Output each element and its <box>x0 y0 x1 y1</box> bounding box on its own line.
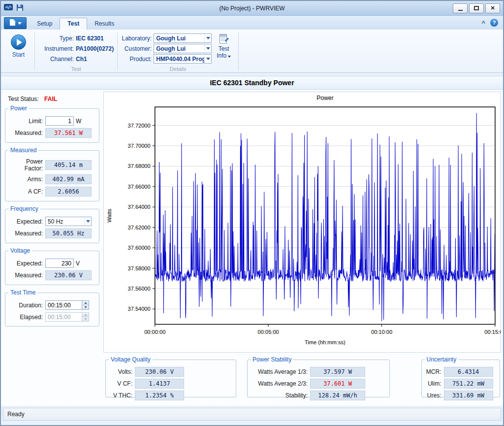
svg-text:37.54000: 37.54000 <box>127 306 150 312</box>
ribbon-group-details: Laboratory: Gough Lui Customer: Gough Lu… <box>118 31 238 72</box>
tab-results[interactable]: Results <box>87 18 122 30</box>
laboratory-select[interactable]: Gough Lui <box>154 33 212 43</box>
test-status-label: Test Status: <box>8 96 39 102</box>
watts-avg-1-3-label: Watts Average 1/3: <box>249 368 310 375</box>
maximize-button[interactable] <box>469 3 484 13</box>
channel-label: Channel: <box>38 56 76 63</box>
group-power-title: Power <box>8 105 29 112</box>
test-info-button[interactable]: Test Info <box>217 34 231 65</box>
window-title: (No Project) - PWRVIEW <box>1 5 503 12</box>
status-bar: Ready <box>3 408 501 421</box>
product-select[interactable]: HMP4040.04 Progr <box>154 54 212 64</box>
svg-text:00:10:00: 00:10:00 <box>371 329 392 335</box>
frequency-expected-select[interactable]: 50 Hz <box>45 217 92 226</box>
elapsed-input <box>45 312 82 322</box>
app-icon[interactable] <box>4 4 13 12</box>
laboratory-value: Gough Lui <box>156 35 204 42</box>
svg-text:37.72000: 37.72000 <box>127 123 150 129</box>
ures-label: Ures: <box>423 392 444 399</box>
product-label: Product: <box>121 56 154 63</box>
group-voltage-quality: Voltage Quality Volts: 230.06 V V CF: 1.… <box>105 360 236 397</box>
start-label: Start <box>12 51 25 58</box>
voltage-expected-unit: V <box>76 260 80 267</box>
group-measured-title: Measured <box>8 147 38 154</box>
frequency-measured-field: 50.055 Hz <box>45 229 92 238</box>
limit-unit: W <box>76 118 81 125</box>
ribbon-tab-row: Setup Test Results ^ ? <box>1 16 503 30</box>
group-voltage-quality-title: Voltage Quality <box>109 356 153 363</box>
spin-up-button[interactable] <box>82 301 89 305</box>
a-cf-field: 2.6056 <box>45 187 92 197</box>
frequency-expected-label: Expected: <box>7 218 45 225</box>
help-icon: ? <box>493 20 496 26</box>
file-menu-button[interactable] <box>4 17 27 29</box>
caret-down-icon <box>228 56 231 58</box>
voltage-measured-field: 230.06 V <box>45 270 92 280</box>
power-measured-label: Measured: <box>7 130 45 136</box>
v-cf-label: V CF: <box>107 380 135 387</box>
minimize-icon <box>458 10 463 11</box>
limit-label: Limit: <box>7 118 45 125</box>
sidebar: Test Status: FAIL Power Limit: W Measure… <box>2 91 102 354</box>
type-value: IEC 62301 <box>76 35 104 42</box>
save-button[interactable] <box>16 4 24 13</box>
svg-text:37.68000: 37.68000 <box>127 163 150 169</box>
limit-input[interactable] <box>45 116 74 126</box>
type-label: Type: <box>38 35 76 42</box>
svg-text:00:05:00: 00:05:00 <box>258 329 279 335</box>
group-frequency-title: Frequency <box>8 205 40 212</box>
window-footer <box>1 421 503 426</box>
elapsed-spinner <box>45 312 89 322</box>
help-button[interactable]: ? <box>490 19 498 27</box>
start-group: Start <box>3 31 34 72</box>
maximize-icon <box>474 6 479 10</box>
minimize-button[interactable] <box>453 3 468 13</box>
spin-down-button <box>82 317 89 321</box>
ulim-label: Ulim: <box>423 380 444 387</box>
voltage-expected-input[interactable] <box>45 259 74 268</box>
power-chart: Power37.5400037.5600037.5800037.6000037.… <box>103 92 501 353</box>
svg-text:Watts: Watts <box>106 208 112 222</box>
tab-setup[interactable]: Setup <box>30 18 60 30</box>
group-uncertainty-title: Uncertainty <box>425 356 459 363</box>
svg-text:00:00:00: 00:00:00 <box>144 329 165 335</box>
ribbon: Start Type: IEC 62301 Instrument: PA1000… <box>1 30 503 73</box>
power-factor-label: Power Factor: <box>7 158 45 172</box>
test-info-label-2: Info <box>217 52 231 59</box>
instrument-value: PA1000(0272) <box>76 45 114 52</box>
close-icon: ✕ <box>490 5 495 11</box>
close-button[interactable]: ✕ <box>485 3 500 13</box>
duration-input[interactable] <box>45 300 82 310</box>
a-cf-label: A CF: <box>7 188 45 195</box>
group-voltage-title: Voltage <box>8 247 32 254</box>
caret-down-icon <box>204 55 211 63</box>
arms-field: 402.99 mA <box>45 174 92 184</box>
duration-spinner[interactable] <box>45 300 89 310</box>
customer-select[interactable]: Gough Lui <box>154 44 212 53</box>
group-power-stability: Power Stability Watts Average 1/3: 37.59… <box>247 360 389 397</box>
collapse-ribbon-button[interactable]: ^ <box>477 18 489 28</box>
v-cf-field: 1.4137 <box>135 379 184 389</box>
group-power-stability-title: Power Stability <box>251 356 293 363</box>
svg-text:37.58000: 37.58000 <box>127 265 150 271</box>
svg-text:37.56000: 37.56000 <box>127 286 150 292</box>
tab-test[interactable]: Test <box>60 18 87 30</box>
group-uncertainty: Uncertainty MCR: 6.4314 Ulim: 751.22 mW … <box>421 360 500 397</box>
play-icon <box>11 34 26 50</box>
svg-text:Power: Power <box>316 95 333 101</box>
app-window: (No Project) - PWRVIEW ✕ Setup Test Resu… <box>0 0 504 426</box>
svg-text:37.60000: 37.60000 <box>127 245 150 251</box>
content: Test Status: FAIL Power Limit: W Measure… <box>1 90 503 406</box>
start-button[interactable]: Start <box>11 34 26 65</box>
spin-down-button[interactable] <box>82 305 89 309</box>
svg-text:37.62000: 37.62000 <box>127 225 150 230</box>
caret-down-icon <box>18 22 22 25</box>
ribbon-group-test: Type: IEC 62301 Instrument: PA1000(0272)… <box>35 31 117 72</box>
svg-text:37.66000: 37.66000 <box>127 184 150 190</box>
svg-text:37.70000: 37.70000 <box>127 143 150 149</box>
group-test-time-title: Test Time <box>8 289 37 296</box>
caret-down-icon <box>204 34 211 42</box>
mcr-field: 6.4314 <box>444 367 493 377</box>
stability-field: 128.24 mW/h <box>310 391 365 400</box>
v-thc-field: 1.2354 % <box>135 391 184 400</box>
